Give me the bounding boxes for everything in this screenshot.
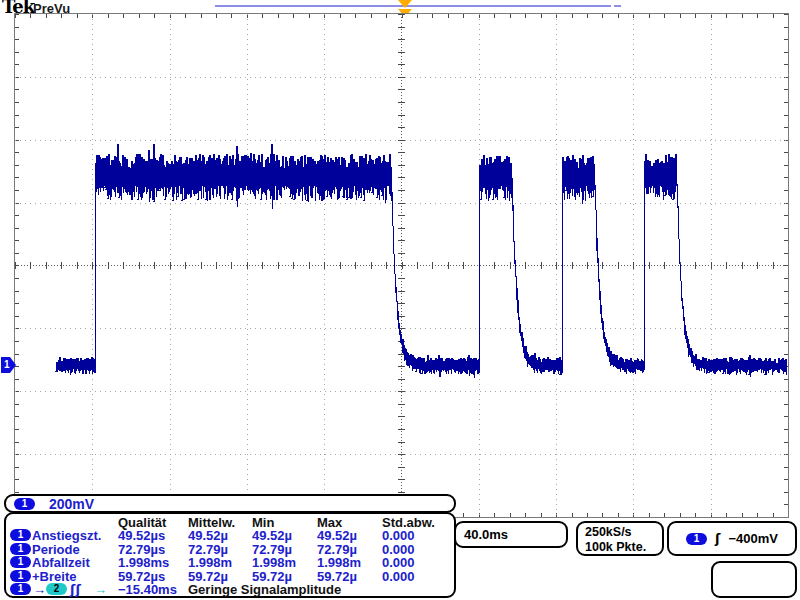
trigger-level-value: −400mV (728, 531, 778, 546)
rising-edge-icon: ʃ (715, 531, 720, 546)
ch1-trace-path (56, 144, 786, 378)
record-length: 100k Pkte. (585, 540, 662, 555)
arrow-right-icon: → (33, 582, 46, 597)
graticule (14, 13, 789, 518)
oscilloscope-screen: Tek PreVu 1 1 200mV QualitätMittelw.MinM… (0, 0, 800, 600)
acquisition-readout-box: 250kS/s 100k Pkte. (576, 521, 664, 556)
delay-to-badge: 2 (46, 583, 67, 595)
timebase-value: 40.0ms (464, 527, 508, 542)
ch1-badge: 1 (14, 498, 35, 510)
measurements-table: QualitätMittelw.MinMaxStd.abw.1Anstiegsz… (4, 512, 456, 598)
trigger-source-badge: 1 (686, 533, 707, 545)
channel-readout-box: 1 200mV (4, 494, 456, 513)
measurement-source-badge: 1 (10, 529, 31, 541)
timebase-readout-box: 40.0ms (454, 521, 568, 548)
rising-edge-icons: ʃʃ (70, 582, 81, 597)
measurement-source-badge: 1 (10, 556, 31, 568)
measurement-source-badge: 1 (10, 570, 31, 582)
trigger-position-icon (398, 0, 412, 8)
trigger-readout-box: 1 ʃ −400mV (667, 521, 797, 556)
datetime-box: 22 Jul 2014 12:11:01 (711, 561, 797, 598)
measurement-source-badge: 1 (10, 543, 31, 555)
record-view-bar (215, 5, 611, 7)
warning-message: Geringe Signalamplitude (188, 582, 341, 597)
arrow-right-icon: → (94, 582, 107, 597)
measurement-value: 0.000 (382, 569, 415, 584)
delay-value: −15.40ms (118, 582, 177, 597)
sample-rate: 250kS/s (585, 525, 662, 540)
record-view-bar-end (614, 5, 621, 7)
ch1-waveform-trace (15, 14, 788, 517)
ch1-scale-readout: 200mV (49, 496, 94, 512)
delay-from-badge: 1 (10, 583, 31, 595)
